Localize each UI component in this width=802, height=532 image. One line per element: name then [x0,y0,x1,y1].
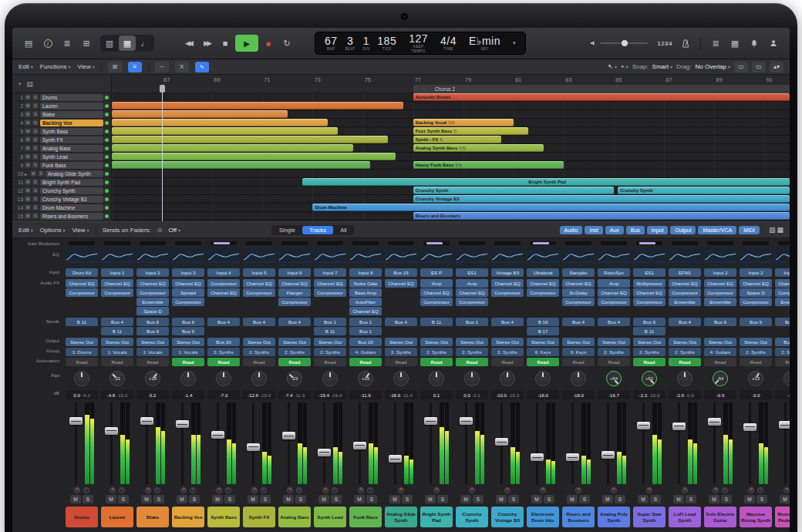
group-slot[interactable]: 6: Keys [562,348,595,356]
fader-handle[interactable] [637,422,650,429]
automation-slot[interactable]: Read [385,358,417,366]
db-value[interactable]: -3.0 [752,392,760,398]
bell-icon[interactable] [746,35,763,52]
automation-slot[interactable]: Read [172,358,204,366]
input-slot[interactable]: Bus 15 [385,268,417,277]
region[interactable] [112,153,396,160]
send-slot[interactable]: B 11 [633,327,666,335]
eq-thumbnail[interactable] [349,247,382,266]
filter-mastervca[interactable]: Master/VCA [698,226,736,234]
eq-thumbnail[interactable] [633,247,666,266]
eq-thumbnail[interactable] [456,247,488,266]
automation-slot[interactable]: Read [740,358,772,366]
track-solo-button[interactable]: S [32,120,39,126]
db-value[interactable]: -18.0 [573,392,584,398]
track-solo-button[interactable]: S [32,153,39,160]
add-track-button[interactable]: + [18,80,22,88]
filter-midi[interactable]: MIDI [739,226,760,234]
input-monitor-button[interactable]: I [190,487,196,493]
track-solo-button[interactable]: S [32,111,39,117]
fader-handle[interactable] [566,453,579,461]
automation-slot[interactable]: Read [527,358,559,366]
fader-handle[interactable] [247,443,260,451]
region[interactable] [112,136,388,143]
menu-functions[interactable]: Functions [40,63,71,70]
fader-handle[interactable] [672,423,686,430]
audio-fx-slot[interactable]: Flanger [278,288,311,297]
menu-options[interactable]: Options [40,227,66,234]
group-slot[interactable]: 2: Synths [243,348,275,356]
send-slot[interactable]: B 11 [101,327,133,335]
fader-handle[interactable] [495,438,508,446]
mute-button[interactable]: M [709,495,719,503]
mute-button[interactable]: M [638,495,649,503]
track-name-chip[interactable]: Massive Rising Synth [740,507,772,527]
region[interactable] [112,102,403,109]
solo-button[interactable]: S [721,495,732,503]
mute-button[interactable]: M [318,495,329,503]
automation-slot[interactable]: Read [207,358,240,366]
group-slot[interactable]: 2: Synths [775,348,790,356]
input-monitor-button[interactable]: I [332,487,338,493]
view-tab-single[interactable]: Single [272,226,302,234]
group-slot[interactable]: 4: Guitars [349,348,382,356]
automation-slot[interactable]: Read [491,358,524,366]
fader-handle[interactable] [779,421,790,429]
pan-knob[interactable] [429,371,444,386]
fader-handle[interactable] [176,420,189,428]
input-slot[interactable]: ES1 [633,268,666,277]
record-enable-button[interactable]: R [110,487,116,493]
eq-thumbnail[interactable] [101,247,133,266]
fader-handle[interactable] [69,417,83,425]
fader-handle[interactable] [211,431,224,439]
record-enable-button[interactable]: R [216,487,222,493]
audio-fx-slot[interactable]: Channel EQ [562,279,595,288]
send-slot[interactable]: Bus 1 [456,318,488,326]
zoom-horizontal-icon[interactable]: ▭ [752,62,766,72]
audio-fx-slot[interactable]: Amp [420,279,453,288]
region[interactable]: Fuzz Synth Bass↻ [413,127,529,135]
mute-button[interactable]: M [283,495,294,503]
region[interactable] [112,110,288,118]
audio-fx-slot[interactable]: Compressor [136,288,169,297]
volume-handle[interactable] [622,40,628,46]
group-slot[interactable]: 2: Synths [633,348,666,356]
automation-slot[interactable]: Read [243,358,275,366]
track-name-chip[interactable]: Solo Electric Guitar [704,507,736,527]
solo-button[interactable]: S [757,495,767,503]
send-slot[interactable]: B 11 [314,327,346,335]
audio-fx-slot[interactable]: Channel EQ [420,288,453,297]
audio-fx-slot[interactable]: Ensemble [704,298,736,306]
input-monitor-button[interactable]: I [722,487,728,493]
control-surfaces-icon[interactable]: ▤ [20,35,37,52]
chevron-down-icon[interactable]: ▾ [513,40,516,46]
output-slot[interactable]: Stereo Out [669,338,701,346]
sends-on-faders-value[interactable]: Off [168,227,180,234]
record-enable-button[interactable]: R [433,487,440,493]
flex-icon[interactable]: ϟ [195,62,209,72]
db-value[interactable]: -18.6 [389,392,400,398]
region[interactable]: Risers and Boomers [413,212,790,220]
input-slot[interactable]: ES1 [456,268,488,277]
solo-button[interactable]: S [189,495,200,503]
audio-fx-slot[interactable]: Channel EQ [740,279,772,288]
solo-button[interactable]: S [153,495,164,503]
eq-thumbnail[interactable] [207,247,240,266]
track-solo-button[interactable]: S [32,187,39,194]
track-mute-button[interactable]: M [25,94,31,100]
track-name-chip[interactable]: Funk Bass [349,507,382,527]
disclosure-triangle-icon[interactable]: ▸ [25,171,29,177]
menu-view[interactable]: View [78,63,95,70]
pan-knob[interactable] [464,371,480,386]
group-slot[interactable]: 3: Drums [66,348,98,356]
time-signature-display[interactable]: 4/4 TIME [440,35,457,52]
send-slot[interactable]: Bus 4 [562,318,595,326]
fader-handle[interactable] [708,418,721,426]
snap-value[interactable]: Smart [652,63,672,70]
mute-button[interactable]: M [602,495,613,503]
fader-handle[interactable] [743,423,757,431]
audio-fx-slot[interactable]: AutoFilter [349,298,382,306]
track-name-chip[interactable]: Risers and Boomers [562,507,595,527]
automation-slot[interactable]: Read [314,358,346,366]
automation-slot[interactable]: Read [456,358,488,366]
